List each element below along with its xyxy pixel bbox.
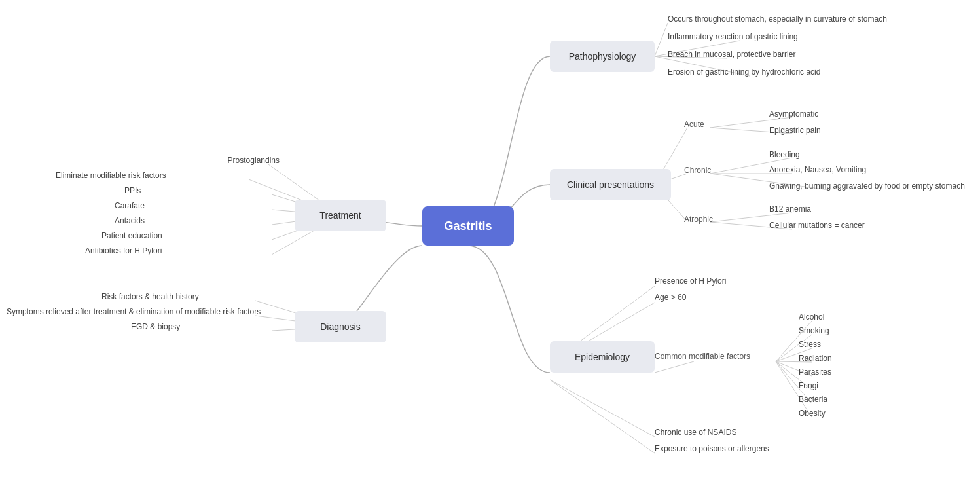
treat-item-4: Carafate: [115, 201, 145, 210]
diagnosis-node: Diagnosis: [295, 311, 386, 342]
mod-item-8: Obesity: [799, 409, 826, 418]
diag-item-1: Risk factors & health history: [101, 292, 199, 301]
epi-bottom-1: Chronic use of NSAIDS: [655, 428, 736, 437]
mod-item-5: Parasites: [799, 367, 831, 377]
svg-line-25: [550, 380, 655, 437]
patho-item-3: Breach in mucosal, protective barrier: [668, 50, 795, 59]
clinical-label: Clinical presentations: [567, 179, 654, 190]
treatment-node: Treatment: [295, 200, 386, 231]
acute-item-2: Epigastric pain: [769, 126, 821, 135]
atrophic-item-2: Cellular mutations = cancer: [769, 221, 865, 230]
treat-item-1: Prostoglandins: [228, 156, 280, 165]
chronic-item-2: Anorexia, Nausea, Vomiting: [769, 165, 866, 174]
treatment-label: Treatment: [319, 210, 361, 221]
diagnosis-label: Diagnosis: [320, 322, 360, 332]
patho-item-2: Inflammatory reaction of gastric lining: [668, 32, 798, 41]
svg-line-16: [655, 361, 694, 373]
treat-item-5: Antacids: [115, 216, 145, 225]
treat-item-3: PPIs: [124, 186, 141, 195]
patho-item-1: Occurs throughout stomach, especially in…: [668, 14, 887, 24]
pathophysiology-label: Pathophysiology: [569, 51, 636, 62]
chronic-node: Chronic: [684, 166, 711, 175]
epi-top-2: Age > 60: [655, 293, 686, 302]
center-label: Gastritis: [444, 219, 492, 233]
mod-item-3: Stress: [799, 340, 821, 349]
mod-item-1: Alcohol: [799, 312, 824, 322]
center-node: Gastritis: [422, 206, 514, 246]
atrophic-item-1: B12 anemia: [769, 204, 811, 213]
patho-item-4: Erosion of gastric lining by hydrochlori…: [668, 67, 820, 77]
svg-line-0: [655, 23, 668, 56]
chronic-item-3: Gnawing, burning aggravated by food or e…: [769, 181, 965, 191]
mod-item-4: Radiation: [799, 354, 832, 363]
treat-item-6: Patient education: [101, 231, 162, 240]
mod-item-7: Bacteria: [799, 395, 827, 404]
epidemiology-node: Epidemiology: [550, 341, 655, 373]
mod-item-6: Fungi: [799, 381, 818, 390]
diag-item-2: Symptoms relieved after treatment & elim…: [7, 307, 261, 316]
treat-item-2: Eliminate modifiable risk factors: [56, 171, 166, 180]
epidemiology-label: Epidemiology: [575, 352, 630, 362]
clinical-node: Clinical presentations: [550, 169, 671, 200]
diag-item-3: EGD & biopsy: [131, 322, 180, 331]
svg-line-26: [550, 380, 655, 453]
modifiable-node: Common modifiable factors: [655, 352, 750, 361]
epi-bottom-2: Exposure to poisons or allergens: [655, 444, 769, 453]
chronic-item-1: Bleeding: [769, 150, 800, 159]
epi-top-1: Presence of H Pylori: [655, 276, 726, 286]
atrophic-node: Atrophic: [684, 215, 713, 224]
acute-node: Acute: [684, 120, 704, 129]
mod-item-2: Smoking: [799, 326, 829, 335]
pathophysiology-node: Pathophysiology: [550, 41, 655, 72]
treat-item-7: Antibiotics for H Pylori: [85, 246, 162, 255]
acute-item-1: Asymptomatic: [769, 109, 818, 119]
